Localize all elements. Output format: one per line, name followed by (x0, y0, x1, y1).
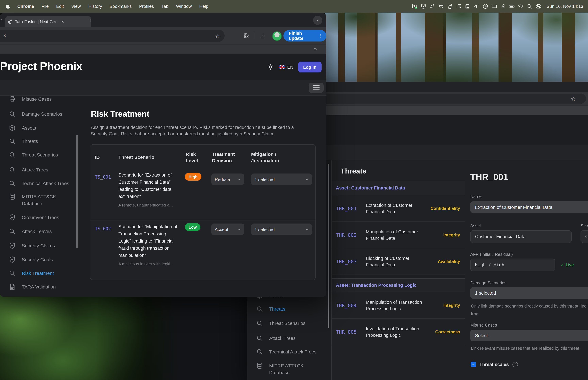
sidebar-item-technical-attack-trees[interactable]: Technical Attack Trees (0, 180, 77, 187)
menu-item-profiles[interactable]: Profiles (135, 4, 158, 9)
menu-item-chrome[interactable]: Chrome (14, 4, 38, 9)
threat-row[interactable]: THR_001 Extraction of Customer Financial… (332, 195, 465, 222)
misuse-cases-value: Select... (475, 333, 492, 338)
afr-field: High / High (470, 259, 555, 271)
sidebar-item-misuse-cases[interactable]: Misuse Cases (0, 95, 77, 102)
control-center-icon[interactable] (536, 3, 542, 9)
bookmarks-overflow-chevron[interactable]: » (314, 46, 317, 52)
tab-search-button[interactable] (313, 16, 322, 25)
chevron-down-icon (238, 178, 241, 181)
notes-status-icon[interactable] (447, 3, 453, 9)
risk-badge-low: Low (185, 223, 200, 231)
menu-item-bookmarks[interactable]: Bookmarks (106, 4, 135, 9)
textmate-status-icon[interactable] (412, 3, 418, 9)
shield-check-icon (9, 242, 16, 249)
bluetooth-icon[interactable] (500, 3, 506, 9)
browser-menu-dots-icon[interactable]: ⋮ (318, 33, 322, 38)
login-button[interactable]: Log In (298, 62, 322, 73)
partial-tab-icon[interactable]: ‹ (0, 17, 2, 22)
sidebar-item-threat-scenarios[interactable]: Threat Scenarios (247, 320, 324, 327)
sidebar-item-threat-scenarios[interactable]: Threat Scenarios (0, 152, 77, 158)
page-description: Assign a treatment decision for each thr… (91, 124, 295, 137)
download-icon[interactable] (260, 33, 266, 39)
threat-row[interactable]: THR_003 Blocking of Customer Financial D… (332, 248, 465, 275)
sidebar-scrollbar[interactable] (76, 135, 78, 248)
browser-toolbar: 8 ☆ Finish update ⋮ (0, 27, 326, 44)
spotlight-search-icon[interactable] (527, 3, 533, 9)
clipboard-status-icon[interactable] (465, 3, 471, 9)
menu-bar-clock[interactable]: Sun 16. Nov 14:13 (547, 4, 583, 9)
url-fragment: 8 (3, 33, 6, 38)
sidebar-item-tara-validation[interactable]: TARA Validation (0, 283, 77, 290)
bookmark-star-icon[interactable]: ☆ (571, 95, 576, 102)
sidebar-item-damage-scenarios[interactable]: Damage Scenarios (0, 111, 77, 117)
sidebar-item-risk-treatment[interactable]: Risk Treatment (0, 270, 77, 277)
table-row[interactable]: TS_002 Scenario for "Manipulation of Tra… (90, 220, 315, 280)
profile-avatar[interactable] (272, 31, 282, 41)
group-gap (332, 275, 465, 279)
menu-item-file[interactable]: File (38, 4, 52, 9)
wifi-icon[interactable] (518, 3, 524, 9)
sidebar-item-threats[interactable]: Threats (0, 138, 77, 145)
app-title: Project Phoenix (0, 60, 82, 73)
sidebar-item-mitre[interactable]: MITRE ATT&CK Database (0, 193, 68, 207)
finish-update-button[interactable]: Finish update ⋮ (284, 30, 326, 41)
bookmark-star-icon[interactable]: ☆ (215, 33, 220, 40)
sidebar-item-security-goals[interactable]: Security Goals (0, 256, 77, 263)
language-switcher[interactable]: EN (279, 64, 293, 70)
menu-item-history[interactable]: History (85, 4, 106, 9)
extensions-puzzle-icon[interactable] (244, 33, 250, 39)
sidebar-item-technical-attack-trees[interactable]: Technical Attack Trees (247, 348, 324, 355)
damage-scenarios-select[interactable]: 1 selected (470, 287, 588, 299)
shield-status-icon[interactable] (421, 3, 427, 9)
threat-row[interactable]: THR_005 Invalidation of Transaction Proc… (332, 319, 465, 345)
globe-icon (8, 19, 13, 24)
sidebar-item-attack-trees[interactable]: Attack Trees (247, 335, 324, 342)
treatment-decision-select[interactable]: Reduce (211, 173, 244, 185)
sidebar-item-assets[interactable]: Assets (0, 125, 77, 131)
sidebar-item-attack-leaves[interactable]: Attack Leaves (0, 228, 77, 235)
threat-group-header: Asset: Transaction Processing Logic (332, 279, 465, 292)
threat-scales-checkbox[interactable]: ✓ (471, 362, 476, 367)
play-status-icon[interactable] (483, 3, 489, 9)
sidebar-item-threats[interactable]: Threats (247, 305, 324, 312)
sidebar-item-security-claims[interactable]: Security Claims (0, 242, 77, 249)
keyboard-status-icon[interactable] (492, 3, 497, 9)
threat-row[interactable]: THR_002 Manipulation of Customer Financi… (332, 222, 465, 248)
info-icon[interactable]: i (512, 362, 518, 367)
caffeine-cup-icon[interactable] (438, 3, 444, 9)
sidebar-item-mitre[interactable]: MITRE ATT&CK Database (247, 362, 316, 376)
threat-row[interactable]: THR_004 Manipulation of Transaction Proc… (332, 292, 465, 319)
mute-icon[interactable] (474, 3, 480, 9)
table-row[interactable]: TS_001 Scenario for "Extraction of Custo… (90, 171, 315, 220)
battery-icon[interactable] (509, 3, 515, 9)
mitigation-select[interactable]: 1 selected (251, 173, 312, 185)
decision-value: Accept (215, 227, 228, 232)
new-tab-button[interactable]: + (89, 17, 93, 23)
address-bar[interactable]: 8 ☆ (0, 30, 225, 42)
apple-menu-icon[interactable] (0, 3, 14, 9)
menu-item-edit[interactable]: Edit (52, 4, 68, 9)
sidebar-item-attack-trees[interactable]: Attack Trees (0, 166, 77, 173)
hamburger-menu-button[interactable] (309, 83, 323, 93)
swoosh-status-icon[interactable] (430, 3, 435, 9)
misuse-cases-select[interactable]: Select... (470, 330, 588, 341)
windows-status-icon[interactable] (456, 3, 462, 9)
sidebar-item-circumvent-trees[interactable]: Circumvent Trees (0, 214, 77, 221)
menu-item-tab[interactable]: Tab (158, 4, 172, 9)
chrome-window-front: ‹ Tara-Fusion | Next-Generation × + 8 ☆ … (0, 13, 326, 297)
browser-tab[interactable]: Tara-Fusion | Next-Generation × (5, 16, 91, 27)
menu-item-window[interactable]: Window (172, 4, 196, 9)
sidebar-scrollbar[interactable] (328, 164, 329, 328)
scenario-id: TS_002 (95, 226, 111, 231)
menu-item-help[interactable]: Help (195, 4, 212, 9)
theme-sun-icon[interactable] (267, 64, 274, 70)
misuse-help-text: Link relevant misuse cases that are real… (471, 346, 588, 351)
threat-group-header: Asset: Customer Financial Data (332, 181, 465, 195)
menu-item-view[interactable]: View (68, 4, 85, 9)
treatment-decision-select[interactable]: Accept (211, 224, 244, 235)
tab-close-icon[interactable]: × (60, 19, 65, 24)
mitigation-select[interactable]: 1 selected (251, 224, 312, 235)
name-input[interactable]: Extraction of Customer Financial Data (470, 201, 588, 213)
sidebar-item-label: Damage Scenarios (22, 111, 62, 117)
